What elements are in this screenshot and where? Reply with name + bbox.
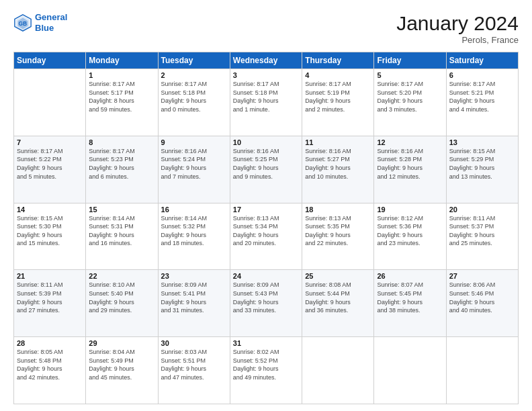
calendar-cell — [374, 337, 446, 404]
day-number: 14 — [17, 205, 83, 214]
calendar-cell: 4Sunrise: 8:17 AM Sunset: 5:19 PM Daylig… — [302, 69, 374, 136]
day-info: Sunrise: 8:17 AM Sunset: 5:22 PM Dayligh… — [17, 147, 83, 181]
calendar-cell — [14, 69, 86, 136]
calendar-cell: 11Sunrise: 8:16 AM Sunset: 5:27 PM Dayli… — [302, 136, 374, 203]
calendar-week-4: 21Sunrise: 8:11 AM Sunset: 5:39 PM Dayli… — [14, 270, 519, 337]
day-info: Sunrise: 8:12 AM Sunset: 5:36 PM Dayligh… — [377, 214, 443, 248]
day-info: Sunrise: 8:13 AM Sunset: 5:34 PM Dayligh… — [233, 214, 299, 248]
day-info: Sunrise: 8:06 AM Sunset: 5:46 PM Dayligh… — [449, 281, 515, 314]
calendar-cell: 24Sunrise: 8:09 AM Sunset: 5:43 PM Dayli… — [230, 270, 302, 337]
calendar-cell: 26Sunrise: 8:07 AM Sunset: 5:45 PM Dayli… — [374, 270, 446, 337]
day-info: Sunrise: 8:17 AM Sunset: 5:20 PM Dayligh… — [377, 80, 443, 113]
calendar-cell: 25Sunrise: 8:08 AM Sunset: 5:44 PM Dayli… — [302, 270, 374, 337]
calendar-cell: 17Sunrise: 8:13 AM Sunset: 5:34 PM Dayli… — [230, 203, 302, 270]
calendar-body: 1Sunrise: 8:17 AM Sunset: 5:17 PM Daylig… — [14, 69, 519, 404]
calendar-cell — [302, 337, 374, 404]
calendar-cell: 29Sunrise: 8:04 AM Sunset: 5:49 PM Dayli… — [86, 337, 158, 404]
day-info: Sunrise: 8:15 AM Sunset: 5:29 PM Dayligh… — [449, 147, 515, 181]
day-number: 28 — [17, 339, 83, 347]
day-info: Sunrise: 8:05 AM Sunset: 5:48 PM Dayligh… — [17, 348, 83, 381]
day-info: Sunrise: 8:04 AM Sunset: 5:49 PM Dayligh… — [89, 348, 154, 381]
day-number: 9 — [161, 138, 227, 146]
calendar-cell: 14Sunrise: 8:15 AM Sunset: 5:30 PM Dayli… — [14, 203, 86, 270]
day-info: Sunrise: 8:03 AM Sunset: 5:51 PM Dayligh… — [161, 348, 227, 381]
day-number: 8 — [89, 138, 154, 146]
day-number: 4 — [305, 71, 371, 79]
svg-text:GB: GB — [18, 19, 27, 26]
calendar-cell: 31Sunrise: 8:02 AM Sunset: 5:52 PM Dayli… — [230, 337, 302, 404]
calendar-cell — [446, 337, 518, 404]
day-info: Sunrise: 8:17 AM Sunset: 5:18 PM Dayligh… — [161, 80, 227, 113]
calendar-cell: 8Sunrise: 8:17 AM Sunset: 5:23 PM Daylig… — [86, 136, 158, 203]
day-info: Sunrise: 8:17 AM Sunset: 5:19 PM Dayligh… — [305, 80, 371, 113]
day-number: 6 — [449, 71, 515, 79]
day-number: 5 — [377, 71, 443, 79]
page: GB General Blue January 2024 Perols, Fra… — [0, 0, 532, 411]
day-number: 31 — [233, 339, 299, 347]
month-title: January 2024 — [396, 12, 519, 35]
day-number: 15 — [89, 205, 154, 214]
day-info: Sunrise: 8:14 AM Sunset: 5:32 PM Dayligh… — [161, 214, 227, 248]
day-number: 11 — [305, 138, 371, 146]
calendar-cell: 5Sunrise: 8:17 AM Sunset: 5:20 PM Daylig… — [374, 69, 446, 136]
calendar-header: SundayMondayTuesdayWednesdayThursdayFrid… — [14, 52, 519, 69]
day-info: Sunrise: 8:14 AM Sunset: 5:31 PM Dayligh… — [89, 214, 154, 248]
weekday-header-friday: Friday — [374, 52, 446, 69]
day-info: Sunrise: 8:15 AM Sunset: 5:30 PM Dayligh… — [17, 214, 83, 248]
day-info: Sunrise: 8:11 AM Sunset: 5:37 PM Dayligh… — [449, 214, 515, 248]
calendar-cell: 10Sunrise: 8:16 AM Sunset: 5:25 PM Dayli… — [230, 136, 302, 203]
day-info: Sunrise: 8:02 AM Sunset: 5:52 PM Dayligh… — [233, 348, 299, 381]
day-info: Sunrise: 8:16 AM Sunset: 5:28 PM Dayligh… — [377, 147, 443, 181]
calendar-cell: 6Sunrise: 8:17 AM Sunset: 5:21 PM Daylig… — [446, 69, 518, 136]
day-number: 25 — [305, 272, 371, 280]
weekday-row: SundayMondayTuesdayWednesdayThursdayFrid… — [14, 52, 519, 69]
day-info: Sunrise: 8:07 AM Sunset: 5:45 PM Dayligh… — [377, 281, 443, 314]
day-number: 30 — [161, 339, 227, 347]
calendar-cell: 27Sunrise: 8:06 AM Sunset: 5:46 PM Dayli… — [446, 270, 518, 337]
calendar-cell: 13Sunrise: 8:15 AM Sunset: 5:29 PM Dayli… — [446, 136, 518, 203]
calendar: SundayMondayTuesdayWednesdayThursdayFrid… — [13, 52, 519, 404]
day-info: Sunrise: 8:09 AM Sunset: 5:43 PM Dayligh… — [233, 281, 299, 314]
calendar-cell: 3Sunrise: 8:17 AM Sunset: 5:18 PM Daylig… — [230, 69, 302, 136]
day-number: 2 — [161, 71, 227, 79]
day-info: Sunrise: 8:16 AM Sunset: 5:24 PM Dayligh… — [161, 147, 227, 181]
day-info: Sunrise: 8:17 AM Sunset: 5:17 PM Dayligh… — [89, 80, 154, 113]
weekday-header-sunday: Sunday — [14, 52, 86, 69]
day-info: Sunrise: 8:17 AM Sunset: 5:21 PM Dayligh… — [449, 80, 515, 113]
day-number: 21 — [17, 272, 83, 280]
calendar-cell: 22Sunrise: 8:10 AM Sunset: 5:40 PM Dayli… — [86, 270, 158, 337]
logo: GB General Blue — [13, 12, 67, 33]
calendar-cell: 12Sunrise: 8:16 AM Sunset: 5:28 PM Dayli… — [374, 136, 446, 203]
header: GB General Blue January 2024 Perols, Fra… — [13, 12, 519, 45]
title-block: January 2024 Perols, France — [396, 12, 519, 45]
day-number: 16 — [161, 205, 227, 214]
day-number: 29 — [89, 339, 154, 347]
weekday-header-wednesday: Wednesday — [230, 52, 302, 69]
day-number: 19 — [377, 205, 443, 214]
day-number: 22 — [89, 272, 154, 280]
day-number: 10 — [233, 138, 299, 146]
calendar-cell: 2Sunrise: 8:17 AM Sunset: 5:18 PM Daylig… — [158, 69, 230, 136]
calendar-week-3: 14Sunrise: 8:15 AM Sunset: 5:30 PM Dayli… — [14, 203, 519, 270]
calendar-week-5: 28Sunrise: 8:05 AM Sunset: 5:48 PM Dayli… — [14, 337, 519, 404]
logo-line1: General — [35, 12, 67, 22]
calendar-cell: 7Sunrise: 8:17 AM Sunset: 5:22 PM Daylig… — [14, 136, 86, 203]
day-info: Sunrise: 8:16 AM Sunset: 5:25 PM Dayligh… — [233, 147, 299, 181]
weekday-header-tuesday: Tuesday — [158, 52, 230, 69]
day-info: Sunrise: 8:16 AM Sunset: 5:27 PM Dayligh… — [305, 147, 371, 181]
day-number: 13 — [449, 138, 515, 146]
location: Perols, France — [396, 35, 519, 45]
calendar-cell: 15Sunrise: 8:14 AM Sunset: 5:31 PM Dayli… — [86, 203, 158, 270]
day-info: Sunrise: 8:09 AM Sunset: 5:41 PM Dayligh… — [161, 281, 227, 314]
day-number: 18 — [305, 205, 371, 214]
logo-icon: GB — [13, 13, 32, 32]
day-number: 26 — [377, 272, 443, 280]
day-number: 24 — [233, 272, 299, 280]
day-number: 7 — [17, 138, 83, 146]
logo-text: General Blue — [35, 12, 67, 33]
day-number: 27 — [449, 272, 515, 280]
calendar-cell: 30Sunrise: 8:03 AM Sunset: 5:51 PM Dayli… — [158, 337, 230, 404]
calendar-cell: 16Sunrise: 8:14 AM Sunset: 5:32 PM Dayli… — [158, 203, 230, 270]
weekday-header-monday: Monday — [86, 52, 158, 69]
calendar-cell: 19Sunrise: 8:12 AM Sunset: 5:36 PM Dayli… — [374, 203, 446, 270]
